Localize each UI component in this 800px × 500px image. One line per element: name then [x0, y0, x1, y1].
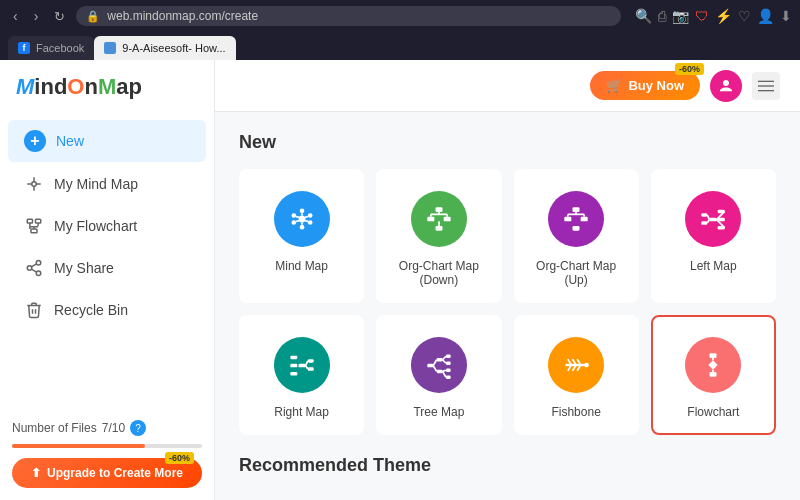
flowchart-icon-circle	[685, 337, 741, 393]
map-card-fishbone[interactable]: Fishbone	[514, 315, 639, 435]
svg-line-32	[296, 217, 299, 218]
map-card-tree-map[interactable]: Tree Map	[376, 315, 501, 435]
nav-back-button[interactable]: ‹	[8, 6, 23, 26]
download-icon[interactable]: ⬇	[780, 8, 792, 24]
svg-rect-66	[290, 356, 297, 360]
main-area: 🛒 Buy Now -60% New	[215, 60, 800, 500]
map-card-tree-map-label: Tree Map	[413, 405, 464, 419]
map-card-org-chart-up[interactable]: Org-Chart Map (Up)	[514, 169, 639, 303]
section-recommended-title: Recommended Theme	[239, 455, 776, 476]
search-icon[interactable]: 🔍	[635, 8, 652, 24]
camera-icon[interactable]: 📷	[672, 8, 689, 24]
file-count-value: 7/10	[102, 421, 125, 435]
browser-chrome: ‹ › ↻ 🔒 web.mindonmap.com/create 🔍 ⎙ 📷 🛡…	[0, 0, 800, 60]
map-card-org-chart-down[interactable]: Org-Chart Map(Down)	[376, 169, 501, 303]
sidebar-item-my-flowchart[interactable]: My Flowchart	[8, 206, 206, 246]
buy-now-label: Buy Now	[628, 78, 684, 93]
browser-titlebar: ‹ › ↻ 🔒 web.mindonmap.com/create 🔍 ⎙ 📷 🛡…	[0, 0, 800, 32]
nav-refresh-button[interactable]: ↻	[49, 7, 70, 26]
map-card-fishbone-label: Fishbone	[551, 405, 600, 419]
svg-line-31	[296, 221, 299, 222]
header-menu-button[interactable]	[752, 72, 780, 100]
org-chart-down-icon-circle	[411, 191, 467, 247]
svg-rect-53	[702, 213, 708, 217]
trash-icon	[24, 300, 44, 320]
help-icon[interactable]: ?	[130, 420, 146, 436]
svg-line-78	[433, 360, 437, 366]
lock-icon: 🔒	[86, 10, 100, 23]
svg-rect-46	[573, 226, 580, 231]
svg-rect-71	[427, 364, 433, 368]
share-icon	[24, 258, 44, 278]
map-card-left-map[interactable]: Left Map	[651, 169, 776, 303]
sidebar-item-my-mind-map[interactable]: My Mind Map	[8, 164, 206, 204]
org-chart-up-icon-circle	[548, 191, 604, 247]
screenshot-icon[interactable]: ⎙	[658, 8, 666, 24]
svg-point-0	[32, 182, 37, 187]
svg-point-12	[36, 261, 41, 266]
svg-marker-93	[709, 360, 718, 369]
tab-aiseesoft[interactable]: 9-A-Aiseesoft- How...	[94, 36, 235, 60]
buy-now-button[interactable]: 🛒 Buy Now -60%	[590, 71, 700, 100]
map-card-left-map-label: Left Map	[690, 259, 737, 273]
fishbone-icon-circle	[548, 337, 604, 393]
sidebar-footer: Number of Files 7/10 ? ⬆ Upgrade to Crea…	[0, 410, 214, 500]
url-text: web.mindonmap.com/create	[107, 9, 258, 23]
tab-facebook[interactable]: f Facebook	[8, 36, 94, 60]
sidebar-item-new[interactable]: + New	[8, 120, 206, 162]
map-card-flowchart[interactable]: Flowchart	[651, 315, 776, 435]
browser-tabs: f Facebook 9-A-Aiseesoft- How...	[0, 32, 800, 60]
section-new-title: New	[239, 132, 776, 153]
heart-icon[interactable]: ♡	[738, 8, 751, 24]
file-count: Number of Files 7/10 ?	[12, 420, 202, 436]
file-count-label: Number of Files	[12, 421, 97, 435]
left-map-icon-circle	[685, 191, 741, 247]
map-card-right-map[interactable]: Right Map	[239, 315, 364, 435]
tab-facebook-label: Facebook	[36, 42, 84, 54]
url-bar[interactable]: 🔒 web.mindonmap.com/create	[76, 6, 621, 26]
svg-point-20	[298, 216, 305, 223]
upgrade-button[interactable]: ⬆ Upgrade to Create More -60%	[12, 458, 202, 488]
sidebar-item-my-share[interactable]: My Share	[8, 248, 206, 288]
svg-point-25	[291, 220, 296, 225]
svg-point-22	[307, 213, 312, 218]
map-card-flowchart-label: Flowchart	[687, 405, 739, 419]
sidebar-item-recycle-bin[interactable]: Recycle Bin	[8, 290, 206, 330]
tree-map-icon-circle	[411, 337, 467, 393]
nav-forward-button[interactable]: ›	[29, 6, 44, 26]
extension-icon[interactable]: ⚡	[715, 8, 732, 24]
profile-icon[interactable]: 👤	[757, 8, 774, 24]
svg-rect-76	[446, 369, 451, 373]
svg-rect-7	[31, 229, 37, 233]
map-card-mind-map[interactable]: Mind Map	[239, 169, 364, 303]
svg-point-21	[299, 209, 304, 214]
logo-text: MindOnMap	[16, 74, 142, 99]
map-card-org-chart-up-label: Org-Chart Map (Up)	[528, 259, 625, 287]
svg-rect-33	[435, 207, 442, 212]
svg-rect-43	[573, 207, 580, 212]
user-avatar[interactable]	[710, 70, 742, 102]
svg-rect-65	[307, 367, 313, 371]
svg-rect-75	[446, 362, 451, 366]
shield-icon: 🛡	[695, 8, 709, 24]
svg-rect-73	[437, 370, 443, 374]
svg-rect-45	[581, 217, 588, 222]
header-right: 🛒 Buy Now -60%	[590, 70, 780, 102]
svg-rect-77	[446, 376, 451, 380]
svg-rect-18	[758, 85, 774, 86]
svg-rect-67	[290, 364, 297, 368]
svg-rect-5	[27, 219, 32, 223]
sidebar-item-my-mind-map-label: My Mind Map	[54, 176, 138, 192]
browser-toolbar-icons: 🔍 ⎙ 📷 🛡 ⚡ ♡ 👤 ⬇	[635, 8, 792, 24]
svg-rect-68	[290, 372, 297, 376]
svg-rect-6	[36, 219, 41, 223]
upgrade-badge: -60%	[165, 452, 194, 464]
svg-rect-92	[710, 353, 717, 358]
sidebar-item-my-share-label: My Share	[54, 260, 114, 276]
svg-rect-34	[427, 217, 434, 222]
mind-map-icon	[24, 174, 44, 194]
app-container: MindOnMap + New My Mind Map My Flowch	[0, 60, 800, 500]
upgrade-icon: ⬆	[31, 466, 41, 480]
svg-point-26	[291, 213, 296, 218]
svg-rect-35	[444, 217, 451, 222]
